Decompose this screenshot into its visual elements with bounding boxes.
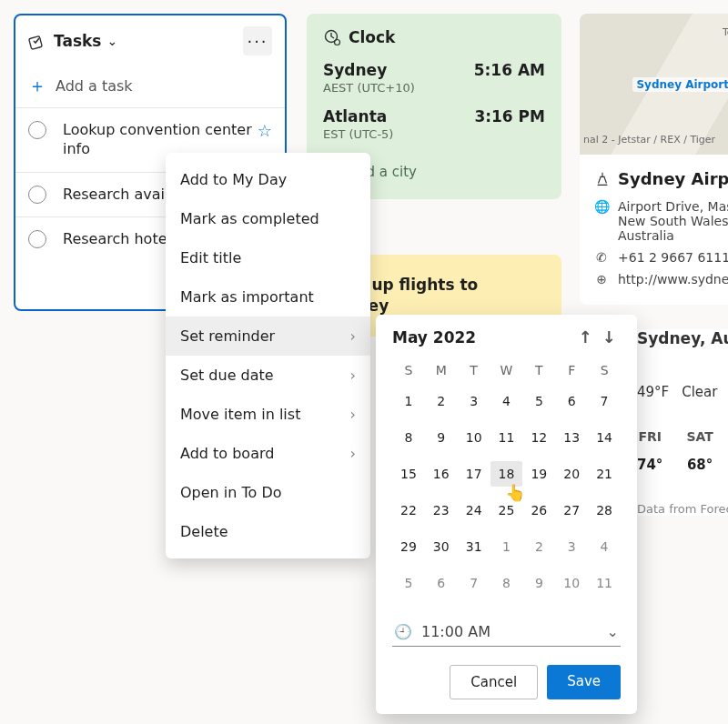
calendar-day-cell[interactable]: 11: [588, 570, 621, 596]
map-widget: Terminal 1 Qantas Sydney Airport nal 2 -…: [580, 14, 728, 305]
clock-city-row[interactable]: Atlanta 3:16 PM: [323, 107, 545, 126]
calendar-day-cell[interactable]: 19: [522, 461, 555, 487]
map-phone[interactable]: +61 2 9667 6111: [618, 250, 728, 265]
context-menu-label: Delete: [180, 523, 228, 540]
tasks-title[interactable]: Tasks: [54, 32, 101, 50]
add-task-label: Add a task: [56, 77, 133, 95]
calendar-day-cell[interactable]: 6: [555, 388, 588, 414]
calendar-day-cell[interactable]: 2: [522, 534, 555, 559]
cancel-button[interactable]: Cancel: [450, 665, 538, 699]
calendar-day-cell[interactable]: 30: [425, 534, 458, 559]
clock-city-tz: AEST (UTC+10): [323, 81, 545, 95]
star-icon[interactable]: ☆: [258, 121, 272, 140]
calendar-week-row: 22232425262728: [392, 498, 621, 523]
calendar-month-label[interactable]: May 2022: [392, 328, 476, 347]
clock-city-tz: EST (UTC-5): [323, 127, 545, 141]
calendar-dow-cell: F: [555, 363, 588, 377]
calendar-day-cell[interactable]: 18: [490, 461, 523, 487]
calendar-day-cell[interactable]: 25: [490, 498, 523, 523]
save-button[interactable]: Save: [547, 665, 621, 699]
calendar-day-cell[interactable]: 10: [555, 570, 588, 596]
context-menu-item[interactable]: Delete: [166, 512, 370, 551]
calendar-day-cell[interactable]: 10: [458, 425, 490, 450]
calendar-day-cell[interactable]: 6: [425, 570, 458, 596]
calendar-day-cell[interactable]: 15: [392, 461, 425, 487]
map-annotation: Terminal 1: [723, 26, 728, 38]
context-menu-item[interactable]: Set due date›: [166, 356, 370, 395]
calendar-day-cell[interactable]: 9: [522, 570, 555, 596]
calendar-day-cell[interactable]: 5: [392, 570, 425, 596]
tasks-header: Tasks ⌄ ···: [15, 15, 285, 65]
calendar-day-cell[interactable]: 17: [458, 461, 490, 487]
calendar-dow-cell: S: [392, 363, 425, 377]
calendar-day-cell[interactable]: 7: [588, 388, 621, 414]
clock-city-name: Sydney: [323, 61, 387, 79]
map-details: Sydney Airport 🌐 Airport Drive, Mascot, …: [580, 155, 728, 305]
calendar-day-cell[interactable]: 2: [425, 388, 458, 414]
calendar-day-cell[interactable]: 9: [425, 425, 458, 450]
calendar-prev-button[interactable]: ↑: [573, 327, 597, 347]
calendar-day-cell[interactable]: 8: [490, 570, 523, 596]
calendar-day-cell[interactable]: 22: [392, 498, 425, 523]
calendar-week-row: 567891011: [392, 570, 621, 596]
calendar-day-cell[interactable]: 16: [425, 461, 458, 487]
calendar-day-cell[interactable]: 14: [588, 425, 621, 450]
tasks-icon: [28, 32, 46, 50]
calendar-day-cell[interactable]: 31: [458, 534, 490, 559]
calendar-day-cell[interactable]: 4: [490, 388, 523, 414]
calendar-day-cell[interactable]: 1: [392, 388, 425, 414]
complete-circle[interactable]: [28, 186, 46, 204]
clock-icon: [323, 28, 341, 46]
add-task-row[interactable]: ＋ Add a task: [15, 65, 285, 107]
calendar-day-cell[interactable]: 21: [588, 461, 621, 487]
context-menu-label: Mark as important: [180, 288, 314, 306]
calendar-day-cell[interactable]: 12: [522, 425, 555, 450]
calendar-day-cell[interactable]: 13: [555, 425, 588, 450]
calendar-day-cell[interactable]: 1: [490, 534, 523, 559]
clock-city-name: Atlanta: [323, 107, 387, 126]
context-menu-item[interactable]: Add to My Day: [166, 160, 370, 199]
calendar-day-cell[interactable]: 4: [588, 534, 621, 559]
context-menu-item[interactable]: Open in To Do: [166, 473, 370, 512]
map-thumbnail[interactable]: Terminal 1 Qantas Sydney Airport nal 2 -…: [580, 14, 728, 155]
calendar-day-cell[interactable]: 24: [458, 498, 490, 523]
globe-icon: 🌐: [594, 199, 609, 214]
forecast-day: SAT 68°: [686, 429, 713, 473]
context-menu-label: Mark as completed: [180, 210, 319, 227]
complete-circle[interactable]: [28, 230, 46, 248]
task-context-menu: Add to My DayMark as completedEdit title…: [166, 153, 370, 558]
weather-now-temp: 49°F: [637, 384, 669, 400]
context-menu-item[interactable]: Add to board›: [166, 434, 370, 473]
context-menu-item[interactable]: Move item in list›: [166, 395, 370, 434]
link-icon: ⊕: [594, 272, 609, 287]
calendar-day-cell[interactable]: 23: [425, 498, 458, 523]
context-menu-item[interactable]: Edit title: [166, 238, 370, 277]
calendar-next-button[interactable]: ↓: [597, 327, 621, 347]
context-menu-item[interactable]: Set reminder›: [166, 317, 370, 356]
calendar-day-cell[interactable]: 20: [555, 461, 588, 487]
chevron-down-icon[interactable]: ⌄: [106, 34, 117, 48]
forecast-day: FRI 74°: [637, 429, 662, 473]
calendar-day-cell[interactable]: 11: [490, 425, 523, 450]
map-url[interactable]: http://www.sydneyairport.com.au: [618, 272, 728, 287]
context-menu-item[interactable]: Mark as completed: [166, 199, 370, 238]
reminder-time-field[interactable]: 🕘 11:00 AM ⌄: [392, 618, 621, 647]
calendar-day-cell[interactable]: 28: [588, 498, 621, 523]
calendar-day-cell[interactable]: 26: [522, 498, 555, 523]
forecast-day-temp: 74°: [637, 457, 662, 473]
chevron-down-icon[interactable]: ⌄: [607, 623, 619, 640]
calendar-day-cell[interactable]: 3: [458, 388, 490, 414]
weather-now-desc: Clear: [682, 384, 717, 400]
calendar-day-cell[interactable]: 8: [392, 425, 425, 450]
svg-point-2: [335, 40, 340, 45]
calendar-day-cell[interactable]: 5: [522, 388, 555, 414]
clock-city-row[interactable]: Sydney 5:16 AM: [323, 61, 545, 79]
calendar-day-cell[interactable]: 27: [555, 498, 588, 523]
calendar-day-cell[interactable]: 29: [392, 534, 425, 559]
calendar-week-row: 1234567: [392, 388, 621, 414]
overflow-button[interactable]: ···: [243, 26, 272, 55]
calendar-day-cell[interactable]: 3: [555, 534, 588, 559]
complete-circle[interactable]: [28, 121, 46, 139]
context-menu-item[interactable]: Mark as important: [166, 277, 370, 317]
calendar-day-cell[interactable]: 7: [458, 570, 490, 596]
